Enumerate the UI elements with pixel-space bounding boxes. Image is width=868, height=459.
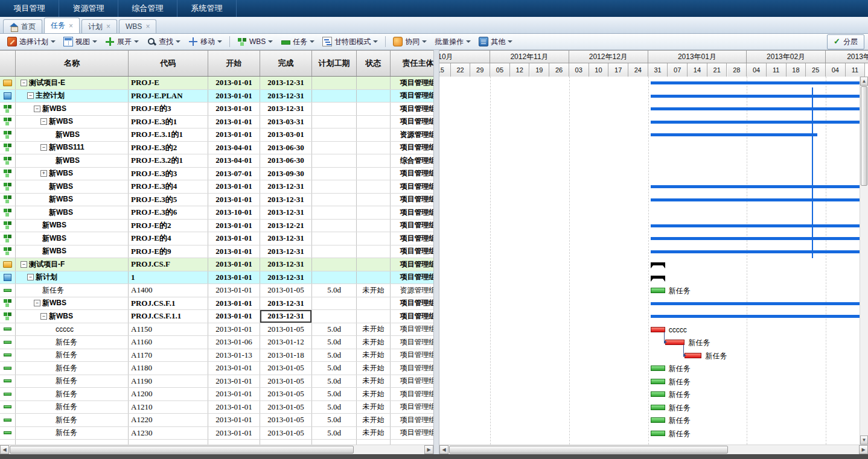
plan-line-bar[interactable]: [651, 237, 860, 240]
collapse-icon[interactable]: −: [40, 144, 47, 151]
collapse-icon[interactable]: −: [27, 274, 34, 280]
task-bar[interactable]: [651, 379, 665, 384]
scroll-up-button[interactable]: ▲: [860, 77, 868, 86]
table-row[interactable]: 新WBSPROJ-E.3的42013-01-012013-12-31项目管理组: [0, 180, 433, 194]
table-row[interactable]: −测试项目-FPROJ.CS.F2013-01-012013-12-31项目管理…: [0, 258, 433, 271]
gantt-scroll-thumb[interactable]: [449, 446, 728, 454]
table-row[interactable]: −测试项目-EPROJ-E2013-01-012013-12-31项目管理组: [0, 77, 433, 90]
column-header-4[interactable]: 完成: [260, 51, 312, 76]
table-row[interactable]: 新任务A12002013-01-012013-01-055.0d未开始项目管理组: [0, 388, 433, 401]
critical-task-bar[interactable]: [651, 327, 665, 332]
panel-splitter[interactable]: [433, 50, 439, 459]
task-bar[interactable]: [651, 405, 665, 410]
toolbar-button-find[interactable]: 查找: [143, 35, 184, 49]
plan-line-bar[interactable]: [651, 81, 860, 84]
expand-icon[interactable]: +: [40, 170, 47, 177]
layer-button[interactable]: ✓ 分层: [827, 34, 864, 49]
table-row[interactable]: −新WBSPROJ.CS.F.12013-01-012013-12-31项目管理…: [0, 297, 433, 311]
task-bar[interactable]: [651, 366, 665, 371]
nav-item-4[interactable]: 系统管理: [177, 0, 237, 17]
table-row[interactable]: 新任务A12202013-01-012013-01-055.0d未开始项目管理组: [0, 414, 433, 427]
collapse-icon[interactable]: −: [21, 261, 27, 268]
table-row[interactable]: 新WBSPROJ-E.3.2的12013-04-012013-06-30综合管理…: [0, 154, 433, 168]
table-scroll-left-button[interactable]: ◀: [0, 445, 9, 454]
plan-line-bar[interactable]: [651, 185, 860, 188]
collapse-icon[interactable]: −: [40, 118, 47, 125]
table-row[interactable]: 新任务A11902013-01-012013-01-055.0d未开始项目管理组: [0, 375, 433, 388]
nav-item-1[interactable]: 项目管理: [0, 0, 59, 17]
plan-line-bar[interactable]: [651, 315, 860, 318]
table-row[interactable]: 新WBSPROJ-E.3的52013-01-012013-12-31项目管理组: [0, 194, 433, 207]
table-row[interactable]: −主控计划PROJ-E.PLAN2013-01-012013-12-31项目管理…: [0, 90, 433, 103]
column-header-5[interactable]: 计划工期: [312, 51, 357, 76]
tab-close-icon[interactable]: ×: [145, 22, 150, 31]
tab-任务[interactable]: 任务×: [44, 17, 80, 33]
plan-line-bar[interactable]: [651, 107, 860, 110]
toolbar-button-wbs[interactable]: WBS: [234, 35, 276, 48]
vertical-scroll-thumb[interactable]: [861, 86, 867, 186]
toolbar-button-collab[interactable]: 协同: [389, 35, 430, 49]
column-header-blank[interactable]: [0, 51, 16, 76]
plan-line-bar[interactable]: [651, 95, 860, 98]
scroll-down-button[interactable]: ▼: [860, 435, 868, 445]
toolbar-button-task[interactable]: 任务: [277, 35, 318, 49]
table-row[interactable]: −新WBS111PROJ-E.3的22013-04-012013-06-30项目…: [0, 142, 433, 155]
table-row[interactable]: 新WBSPROJ-E.3.1的12013-01-012013-03-01资源管理…: [0, 128, 433, 142]
gantt-vertical-scrollbar[interactable]: ▲ ▼: [860, 77, 868, 445]
table-row[interactable]: −新WBSPROJ.CS.F.1.12013-01-012013-12-31项目…: [0, 310, 433, 323]
toolbar-button-other[interactable]: 其他: [475, 35, 516, 49]
table-row[interactable]: 新任务A12302013-01-012013-01-055.0d未开始项目管理组: [0, 427, 433, 440]
column-header-7[interactable]: 责任主体: [391, 51, 433, 76]
gantt-horizontal-scrollbar[interactable]: ◀ ▶: [439, 445, 868, 454]
table-horizontal-scrollbar[interactable]: ◀ ▶: [0, 445, 433, 454]
plan-line-bar[interactable]: [651, 121, 860, 124]
plan-line-bar[interactable]: [651, 250, 860, 253]
table-row[interactable]: 新任务A12102013-01-012013-01-055.0d未开始项目管理组: [0, 401, 433, 414]
toolbar-button-gantt-mode[interactable]: 甘特图模式: [319, 35, 381, 49]
table-scroll-thumb[interactable]: [10, 446, 354, 454]
collapse-icon[interactable]: −: [40, 313, 47, 320]
collapse-icon[interactable]: −: [34, 300, 40, 306]
collapse-icon[interactable]: −: [27, 92, 34, 99]
table-row[interactable]: 新任务A11602013-01-062013-01-125.0d未开始项目管理组: [0, 336, 433, 349]
plan-line-bar[interactable]: [651, 133, 817, 136]
column-header-6[interactable]: 状态: [357, 51, 391, 76]
plan-line-bar[interactable]: [651, 224, 860, 227]
plan-line-bar[interactable]: [651, 198, 860, 201]
project-summary-bar[interactable]: [651, 276, 665, 279]
nav-item-3[interactable]: 综合管理: [118, 0, 177, 17]
table-row[interactable]: +新WBSPROJ-E.3的32013-07-012013-09-30项目管理组: [0, 168, 433, 181]
tab-close-icon[interactable]: ×: [106, 22, 110, 31]
toolbar-button-view[interactable]: 视图: [60, 35, 101, 49]
toolbar-button-select-plan[interactable]: 选择计划: [4, 35, 59, 49]
tab-计划[interactable]: 计划×: [81, 19, 117, 33]
toolbar-button-batch[interactable]: 批量操作: [431, 35, 474, 49]
plan-line-bar[interactable]: [651, 302, 860, 305]
task-bar[interactable]: [651, 417, 665, 423]
task-bar[interactable]: [651, 391, 665, 397]
critical-task-bar[interactable]: [665, 340, 685, 345]
table-row[interactable]: −新WBSPROJ-E.3的12013-01-012013-03-31项目管理组: [0, 116, 433, 129]
table-row[interactable]: 新WBSPROJ-E的22013-01-012013-12-21项目管理组: [0, 220, 433, 233]
task-bar[interactable]: [651, 288, 665, 293]
table-row[interactable]: 新WBSPROJ-E的42013-01-012013-12-31项目管理组: [0, 232, 433, 245]
collapse-icon[interactable]: −: [21, 80, 27, 86]
table-row[interactable]: 新任务A14002013-01-012013-01-055.0d未开始资源管理组: [0, 284, 433, 297]
nav-item-2[interactable]: 资源管理: [59, 0, 118, 17]
table-row[interactable]: cccccA11502013-01-012013-01-055.0d未开始项目管…: [0, 323, 433, 337]
tab-close-icon[interactable]: ×: [69, 22, 73, 30]
tab-首页[interactable]: 首页: [3, 19, 42, 33]
table-row[interactable]: 新WBSPROJ-E.3的62013-10-012013-12-31项目管理组: [0, 206, 433, 220]
task-bar[interactable]: [651, 431, 665, 436]
project-summary-bar[interactable]: [651, 262, 665, 265]
table-row[interactable]: 新任务A11702013-01-132013-01-185.0d未开始项目管理组: [0, 349, 433, 362]
column-header-2[interactable]: 代码: [129, 51, 208, 76]
toolbar-button-expand[interactable]: 展开: [101, 35, 142, 49]
table-row[interactable]: −新WBSPROJ-E的32013-01-012013-12-31项目管理组: [0, 103, 433, 116]
gantt-scroll-right-button[interactable]: ▶: [859, 445, 868, 454]
table-row[interactable]: 新WBSPROJ-E的92013-01-012013-12-31项目管理组: [0, 245, 433, 259]
table-row[interactable]: 新任务A11802013-01-012013-01-055.0d未开始项目管理组: [0, 362, 433, 375]
gantt-scroll-left-button[interactable]: ◀: [439, 445, 448, 454]
table-row[interactable]: −新计划12013-01-012013-12-31项目管理组: [0, 271, 433, 285]
column-header-1[interactable]: 名称: [16, 51, 129, 76]
